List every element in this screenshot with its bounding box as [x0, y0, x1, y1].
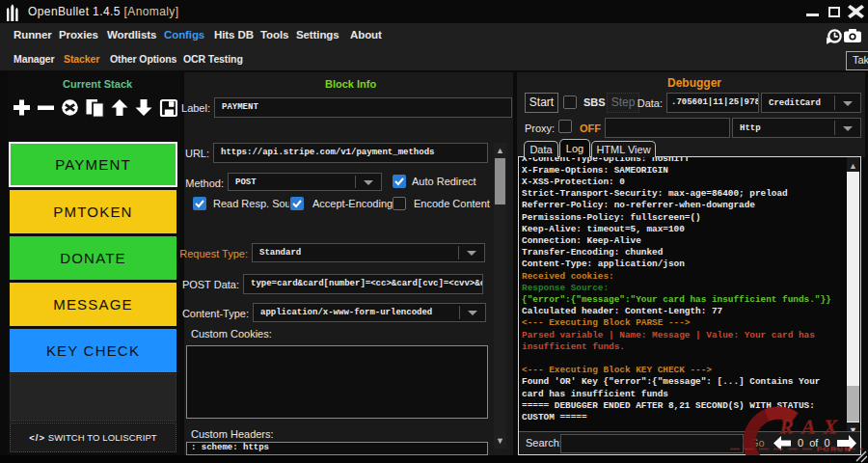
svg-text:RAX: RAX	[779, 414, 846, 438]
